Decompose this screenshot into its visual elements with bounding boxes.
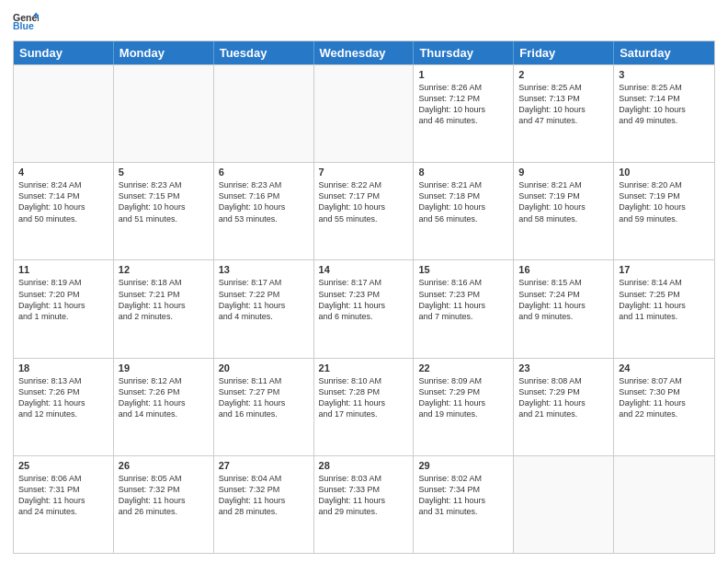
day-info: Sunrise: 8:22 AM Sunset: 7:17 PM Dayligh… [319,179,409,224]
day-info: Sunrise: 8:25 AM Sunset: 7:14 PM Dayligh… [619,82,710,127]
day-number: 23 [518,362,609,373]
day-number: 16 [518,264,609,275]
day-info: Sunrise: 8:13 AM Sunset: 7:26 PM Dayligh… [18,375,108,420]
calendar-cell: 29Sunrise: 8:02 AM Sunset: 7:34 PM Dayli… [414,456,514,553]
weekday-header-monday: Monday [114,41,214,64]
day-number: 8 [418,167,508,178]
calendar-cell: 12Sunrise: 8:18 AM Sunset: 7:21 PM Dayli… [114,260,214,357]
calendar-cell: 23Sunrise: 8:08 AM Sunset: 7:29 PM Dayli… [514,359,614,455]
day-info: Sunrise: 8:07 AM Sunset: 7:30 PM Dayligh… [619,375,710,420]
day-number: 3 [619,69,710,80]
weekday-header-sunday: Sunday [14,41,114,64]
day-info: Sunrise: 8:03 AM Sunset: 7:33 PM Dayligh… [319,473,409,518]
calendar-cell: 15Sunrise: 8:16 AM Sunset: 7:23 PM Dayli… [414,260,514,357]
day-info: Sunrise: 8:08 AM Sunset: 7:29 PM Dayligh… [518,375,609,420]
calendar-row-0: 1Sunrise: 8:26 AM Sunset: 7:12 PM Daylig… [14,64,714,162]
calendar-body: 1Sunrise: 8:26 AM Sunset: 7:12 PM Daylig… [14,64,714,553]
calendar-row-1: 4Sunrise: 8:24 AM Sunset: 7:14 PM Daylig… [14,162,714,259]
calendar-cell: 2Sunrise: 8:25 AM Sunset: 7:13 PM Daylig… [514,65,614,162]
calendar-cell: 17Sunrise: 8:14 AM Sunset: 7:25 PM Dayli… [614,260,714,357]
calendar-row-4: 25Sunrise: 8:06 AM Sunset: 7:31 PM Dayli… [14,455,714,553]
day-info: Sunrise: 8:15 AM Sunset: 7:24 PM Dayligh… [518,277,609,322]
day-number: 4 [18,167,108,178]
calendar-cell: 8Sunrise: 8:21 AM Sunset: 7:18 PM Daylig… [414,163,514,259]
day-number: 15 [418,264,508,275]
calendar-header-row: SundayMondayTuesdayWednesdayThursdayFrid… [14,41,714,64]
day-info: Sunrise: 8:26 AM Sunset: 7:12 PM Dayligh… [418,82,508,127]
day-number: 29 [418,460,508,471]
calendar-cell [14,65,114,162]
day-info: Sunrise: 8:09 AM Sunset: 7:29 PM Dayligh… [418,375,508,420]
day-info: Sunrise: 8:05 AM Sunset: 7:32 PM Dayligh… [119,473,209,518]
day-number: 13 [219,264,309,275]
day-number: 25 [18,460,108,471]
calendar-cell [614,456,714,553]
day-info: Sunrise: 8:18 AM Sunset: 7:21 PM Dayligh… [119,277,209,322]
calendar: SundayMondayTuesdayWednesdayThursdayFrid… [13,40,715,554]
day-number: 20 [219,362,309,373]
day-info: Sunrise: 8:06 AM Sunset: 7:31 PM Dayligh… [18,473,108,518]
day-number: 5 [119,167,209,178]
calendar-cell: 21Sunrise: 8:10 AM Sunset: 7:28 PM Dayli… [314,359,415,455]
calendar-cell: 11Sunrise: 8:19 AM Sunset: 7:20 PM Dayli… [14,260,114,357]
calendar-cell: 3Sunrise: 8:25 AM Sunset: 7:14 PM Daylig… [614,65,714,162]
day-info: Sunrise: 8:12 AM Sunset: 7:26 PM Dayligh… [119,375,209,420]
calendar-cell: 14Sunrise: 8:17 AM Sunset: 7:23 PM Dayli… [314,260,415,357]
weekday-header-wednesday: Wednesday [314,41,415,64]
day-info: Sunrise: 8:17 AM Sunset: 7:22 PM Dayligh… [219,277,309,322]
day-number: 28 [319,460,409,471]
calendar-cell: 6Sunrise: 8:23 AM Sunset: 7:16 PM Daylig… [214,163,314,259]
day-number: 22 [418,362,508,373]
calendar-row-3: 18Sunrise: 8:13 AM Sunset: 7:26 PM Dayli… [14,358,714,455]
day-info: Sunrise: 8:14 AM Sunset: 7:25 PM Dayligh… [619,277,710,322]
weekday-header-friday: Friday [514,41,614,64]
calendar-cell [214,65,314,162]
day-number: 14 [319,264,409,275]
day-info: Sunrise: 8:23 AM Sunset: 7:15 PM Dayligh… [119,179,209,224]
day-number: 9 [518,167,609,178]
day-number: 24 [619,362,710,373]
calendar-cell: 24Sunrise: 8:07 AM Sunset: 7:30 PM Dayli… [614,359,714,455]
day-number: 27 [219,460,309,471]
day-number: 17 [619,264,710,275]
calendar-row-2: 11Sunrise: 8:19 AM Sunset: 7:20 PM Dayli… [14,259,714,357]
day-info: Sunrise: 8:11 AM Sunset: 7:27 PM Dayligh… [219,375,309,420]
day-number: 11 [18,264,108,275]
day-number: 18 [18,362,108,373]
day-number: 10 [619,167,710,178]
day-info: Sunrise: 8:02 AM Sunset: 7:34 PM Dayligh… [418,473,508,518]
calendar-page: General Blue SundayMondayTuesdayWednesda… [0,0,728,563]
calendar-cell: 19Sunrise: 8:12 AM Sunset: 7:26 PM Dayli… [114,359,214,455]
day-info: Sunrise: 8:04 AM Sunset: 7:32 PM Dayligh… [219,473,309,518]
calendar-cell: 22Sunrise: 8:09 AM Sunset: 7:29 PM Dayli… [414,359,514,455]
day-number: 1 [418,69,508,80]
logo: General Blue [13,9,39,35]
calendar-cell: 10Sunrise: 8:20 AM Sunset: 7:19 PM Dayli… [614,163,714,259]
calendar-cell: 5Sunrise: 8:23 AM Sunset: 7:15 PM Daylig… [114,163,214,259]
day-info: Sunrise: 8:16 AM Sunset: 7:23 PM Dayligh… [418,277,508,322]
calendar-cell: 7Sunrise: 8:22 AM Sunset: 7:17 PM Daylig… [314,163,415,259]
calendar-cell: 1Sunrise: 8:26 AM Sunset: 7:12 PM Daylig… [414,65,514,162]
calendar-cell: 25Sunrise: 8:06 AM Sunset: 7:31 PM Dayli… [14,456,114,553]
calendar-cell: 27Sunrise: 8:04 AM Sunset: 7:32 PM Dayli… [214,456,314,553]
calendar-cell: 4Sunrise: 8:24 AM Sunset: 7:14 PM Daylig… [14,163,114,259]
day-info: Sunrise: 8:23 AM Sunset: 7:16 PM Dayligh… [219,179,309,224]
day-info: Sunrise: 8:17 AM Sunset: 7:23 PM Dayligh… [319,277,409,322]
day-number: 6 [219,167,309,178]
calendar-cell: 18Sunrise: 8:13 AM Sunset: 7:26 PM Dayli… [14,359,114,455]
svg-text:Blue: Blue [13,20,34,31]
logo-icon: General Blue [13,9,39,35]
day-number: 21 [319,362,409,373]
day-number: 7 [319,167,409,178]
calendar-cell: 20Sunrise: 8:11 AM Sunset: 7:27 PM Dayli… [214,359,314,455]
calendar-cell [314,65,415,162]
day-info: Sunrise: 8:21 AM Sunset: 7:18 PM Dayligh… [418,179,508,224]
calendar-cell: 13Sunrise: 8:17 AM Sunset: 7:22 PM Dayli… [214,260,314,357]
day-info: Sunrise: 8:20 AM Sunset: 7:19 PM Dayligh… [619,179,710,224]
day-info: Sunrise: 8:24 AM Sunset: 7:14 PM Dayligh… [18,179,108,224]
calendar-cell [514,456,614,553]
day-info: Sunrise: 8:21 AM Sunset: 7:19 PM Dayligh… [518,179,609,224]
day-info: Sunrise: 8:25 AM Sunset: 7:13 PM Dayligh… [518,82,609,127]
calendar-cell [114,65,214,162]
calendar-cell: 28Sunrise: 8:03 AM Sunset: 7:33 PM Dayli… [314,456,415,553]
